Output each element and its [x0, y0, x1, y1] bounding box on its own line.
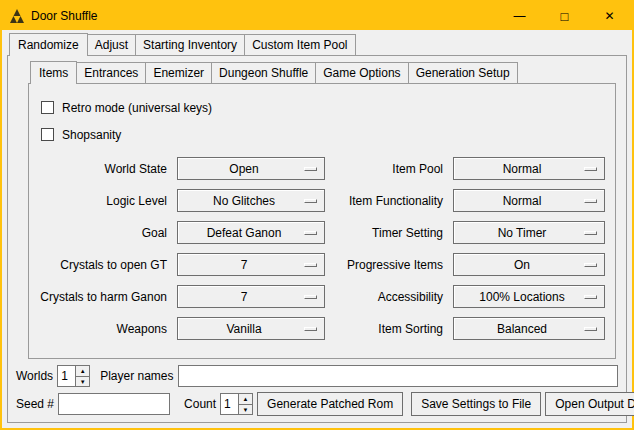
shopsanity-checkbox-box[interactable]	[41, 128, 54, 141]
dropdown-timer-setting[interactable]: No Timer	[453, 221, 605, 244]
optionmenu-value: No Timer	[498, 226, 561, 240]
optionmenu-indicator-icon	[304, 231, 317, 235]
worlds-spin-up[interactable]: ▲	[76, 366, 89, 376]
optionmenu-value: On	[514, 258, 544, 272]
weapons-label: Weapons	[37, 322, 169, 336]
window-title: Door Shuffle	[31, 9, 497, 23]
generate-patched-rom-button[interactable]: Generate Patched Rom	[257, 392, 403, 416]
optionmenu-indicator-icon	[584, 167, 597, 171]
sub-tabbar: Items Entrances Enemizer Dungeon Shuffle…	[28, 61, 616, 83]
crystals-harm-ganon-label: Crystals to harm Ganon	[37, 290, 169, 304]
dropdown-logic-level[interactable]: No Glitches	[177, 189, 325, 212]
settings-grid: World State Open Item Pool Normal Logic …	[37, 157, 607, 340]
titlebar[interactable]: Door Shuffle — □ ✕	[2, 2, 632, 30]
worlds-label: Worlds	[16, 369, 53, 383]
maximize-button[interactable]: □	[542, 2, 587, 30]
optionmenu-value: 100% Locations	[479, 290, 578, 304]
optionmenu-indicator-icon	[304, 327, 317, 331]
minimize-button[interactable]: —	[497, 2, 542, 30]
optionmenu-value: Open	[229, 162, 272, 176]
worlds-spin-arrows: ▲ ▼	[75, 366, 89, 386]
retro-mode-label: Retro mode (universal keys)	[62, 101, 212, 115]
worlds-value-input[interactable]	[58, 366, 75, 386]
optionmenu-indicator-icon	[584, 231, 597, 235]
dropdown-crystals-harm-ganon[interactable]: 7	[177, 285, 325, 308]
dropdown-item-sorting[interactable]: Balanced	[453, 317, 605, 340]
down-arrow-icon: ▼	[80, 379, 86, 385]
minimize-icon: —	[514, 10, 526, 22]
count-spin-down[interactable]: ▼	[239, 404, 252, 414]
accessibility-label: Accessibility	[333, 290, 445, 304]
player-names-input[interactable]	[178, 365, 619, 387]
dropdown-accessibility[interactable]: 100% Locations	[453, 285, 605, 308]
dropdown-world-state[interactable]: Open	[177, 157, 325, 180]
count-spinbox[interactable]: ▲ ▼	[220, 393, 253, 415]
optionmenu-indicator-icon	[304, 295, 317, 299]
seed-label: Seed #	[16, 397, 54, 411]
optionmenu-indicator-icon	[304, 167, 317, 171]
subtab-generation-setup[interactable]: Generation Setup	[408, 62, 518, 83]
tab-adjust[interactable]: Adjust	[87, 34, 136, 55]
count-label: Count	[184, 397, 216, 411]
main-tabbar: Randomize Adjust Starting Inventory Cust…	[7, 33, 627, 55]
close-icon: ✕	[604, 10, 614, 22]
item-pool-label: Item Pool	[333, 162, 445, 176]
window: Door Shuffle — □ ✕ Randomize Adjust Star…	[0, 0, 634, 430]
goal-label: Goal	[37, 226, 169, 240]
window-body: Randomize Adjust Starting Inventory Cust…	[2, 30, 632, 428]
subtab-dungeon-shuffle[interactable]: Dungeon Shuffle	[211, 62, 316, 83]
up-arrow-icon: ▲	[80, 368, 86, 374]
subtab-game-options[interactable]: Game Options	[315, 62, 408, 83]
dropdown-item-functionality[interactable]: Normal	[453, 189, 605, 212]
optionmenu-indicator-icon	[584, 295, 597, 299]
sub-notebook: Items Entrances Enemizer Dungeon Shuffle…	[28, 61, 616, 359]
randomize-pane: Items Entrances Enemizer Dungeon Shuffle…	[7, 55, 627, 423]
optionmenu-indicator-icon	[304, 263, 317, 267]
checkbox-retro-mode[interactable]: Retro mode (universal keys)	[41, 98, 607, 117]
optionmenu-indicator-icon	[584, 263, 597, 267]
seed-input[interactable]	[58, 393, 170, 415]
optionmenu-indicator-icon	[584, 327, 597, 331]
count-spin-up[interactable]: ▲	[239, 394, 252, 404]
maximize-icon: □	[561, 10, 569, 23]
world-state-label: World State	[37, 162, 169, 176]
crystals-open-gt-label: Crystals to open GT	[37, 258, 169, 272]
player-names-label: Player names	[100, 369, 173, 383]
window-controls: — □ ✕	[497, 2, 632, 30]
optionmenu-value: Normal	[503, 162, 556, 176]
count-value-input[interactable]	[221, 394, 238, 414]
subtab-enemizer[interactable]: Enemizer	[145, 62, 212, 83]
optionmenu-indicator-icon	[584, 199, 597, 203]
items-pane: Retro mode (universal keys) Shopsanity W…	[28, 83, 616, 359]
tab-custom-item-pool[interactable]: Custom Item Pool	[244, 34, 355, 55]
dropdown-weapons[interactable]: Vanilla	[177, 317, 325, 340]
app-icon	[9, 8, 25, 24]
optionmenu-value: Normal	[503, 194, 556, 208]
optionmenu-value: 7	[241, 258, 262, 272]
shopsanity-label: Shopsanity	[62, 128, 121, 142]
dropdown-crystals-open-gt[interactable]: 7	[177, 253, 325, 276]
open-output-directory-button[interactable]: Open Output Directory	[545, 392, 634, 416]
worlds-spin-down[interactable]: ▼	[76, 376, 89, 386]
tab-randomize[interactable]: Randomize	[9, 33, 88, 56]
retro-mode-checkbox-box[interactable]	[41, 101, 54, 114]
item-sorting-label: Item Sorting	[333, 322, 445, 336]
optionmenu-value: 7	[241, 290, 262, 304]
save-settings-button[interactable]: Save Settings to File	[411, 392, 541, 416]
optionmenu-value: No Glitches	[213, 194, 289, 208]
dropdown-goal[interactable]: Defeat Ganon	[177, 221, 325, 244]
up-arrow-icon: ▲	[243, 396, 249, 402]
dropdown-progressive-items[interactable]: On	[453, 253, 605, 276]
dropdown-item-pool[interactable]: Normal	[453, 157, 605, 180]
optionmenu-indicator-icon	[304, 199, 317, 203]
logic-level-label: Logic Level	[37, 194, 169, 208]
close-button[interactable]: ✕	[587, 2, 632, 30]
worlds-spinbox[interactable]: ▲ ▼	[57, 365, 90, 387]
tab-starting-inventory[interactable]: Starting Inventory	[135, 34, 245, 55]
worlds-row: Worlds ▲ ▼ Player names	[14, 365, 620, 387]
checkbox-shopsanity[interactable]: Shopsanity	[41, 125, 607, 144]
subtab-items[interactable]: Items	[30, 61, 77, 84]
timer-setting-label: Timer Setting	[333, 226, 445, 240]
subtab-entrances[interactable]: Entrances	[76, 62, 146, 83]
optionmenu-value: Defeat Ganon	[207, 226, 296, 240]
